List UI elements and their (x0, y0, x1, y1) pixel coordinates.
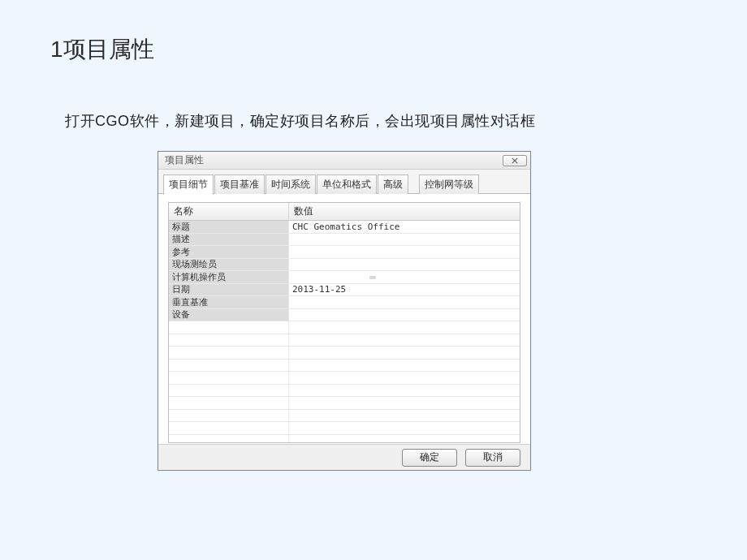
page-title: 1项目属性 (50, 34, 154, 65)
project-properties-dialog: 项目属性 项目细节 项目基准 时间系统 单位和格式 高级 控制网等级 名称 数值… (158, 151, 531, 471)
tab-time-system[interactable]: 时间系统 (266, 174, 316, 194)
dialog-footer: 确定 取消 (158, 444, 530, 470)
cancel-button[interactable]: 取消 (465, 449, 520, 467)
grid-header-name[interactable]: 名称 (169, 203, 289, 220)
table-row-empty (169, 410, 520, 423)
row-value[interactable]: 2013-11-25 (289, 284, 520, 296)
tab-project-datum[interactable]: 项目基准 (214, 174, 265, 194)
row-name: 参考 (169, 246, 289, 258)
table-row[interactable]: 设备 (169, 309, 520, 322)
table-row-empty (169, 435, 520, 444)
tab-advanced[interactable]: 高级 (378, 174, 408, 194)
watermark-dot (369, 276, 376, 279)
tab-project-details[interactable]: 项目细节 (163, 174, 214, 195)
tab-bar: 项目细节 项目基准 时间系统 单位和格式 高级 控制网等级 (158, 170, 530, 194)
tab-units-format[interactable]: 单位和格式 (317, 174, 377, 194)
row-value[interactable] (289, 309, 520, 321)
tab-content: 名称 数值 标题 CHC Geomatics Office 描述 参考 现场测绘… (158, 194, 530, 450)
table-row[interactable]: 描述 (169, 234, 520, 247)
table-row-empty (169, 334, 520, 347)
table-row[interactable]: 计算机操作员 (169, 271, 520, 284)
table-row-empty (169, 422, 520, 435)
grid-body: 标题 CHC Geomatics Office 描述 参考 现场测绘员 计算机操… (169, 221, 520, 443)
row-name: 日期 (169, 284, 289, 296)
grid-header: 名称 数值 (169, 203, 520, 221)
ok-button[interactable]: 确定 (402, 449, 457, 467)
row-value[interactable] (289, 246, 520, 258)
table-row-empty (169, 347, 520, 360)
table-row[interactable]: 参考 (169, 246, 520, 259)
table-row[interactable]: 标题 CHC Geomatics Office (169, 221, 520, 234)
table-row[interactable]: 日期 2013-11-25 (169, 284, 520, 297)
table-row-empty (169, 321, 520, 334)
close-icon (512, 157, 518, 164)
row-value[interactable] (289, 296, 520, 308)
row-name: 垂直基准 (169, 296, 289, 308)
row-value[interactable] (289, 259, 520, 271)
row-name: 现场测绘员 (169, 259, 289, 271)
page-description: 打开CGO软件，新建项目，确定好项目名称后，会出现项目属性对话框 (65, 111, 535, 131)
dialog-titlebar: 项目属性 (158, 152, 530, 170)
table-row[interactable]: 垂直基准 (169, 296, 520, 309)
row-name: 描述 (169, 234, 289, 246)
close-button[interactable] (503, 155, 527, 166)
grid-header-value[interactable]: 数值 (289, 203, 520, 220)
table-row-empty (169, 397, 520, 410)
row-value[interactable] (289, 271, 520, 283)
row-name: 标题 (169, 221, 289, 233)
table-row-empty (169, 385, 520, 398)
table-row-empty (169, 360, 520, 373)
table-row-empty (169, 372, 520, 385)
row-name: 计算机操作员 (169, 271, 289, 283)
properties-grid: 名称 数值 标题 CHC Geomatics Office 描述 参考 现场测绘… (168, 202, 520, 443)
row-value[interactable]: CHC Geomatics Office (289, 221, 520, 233)
row-name: 设备 (169, 309, 289, 321)
row-value[interactable] (289, 234, 520, 246)
table-row[interactable]: 现场测绘员 (169, 259, 520, 272)
tab-control-network-grade[interactable]: 控制网等级 (419, 174, 479, 194)
dialog-title: 项目属性 (165, 153, 204, 167)
